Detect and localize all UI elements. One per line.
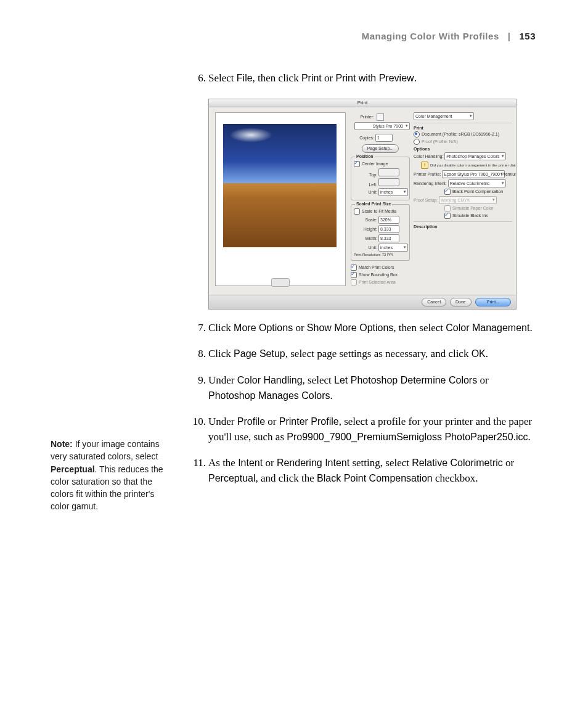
copies-label: Copies: bbox=[351, 136, 374, 140]
color-management-select[interactable]: Color Management bbox=[414, 112, 474, 120]
color-handling-select[interactable]: Photoshop Manages Colors bbox=[444, 152, 506, 160]
position-unit-select[interactable]: inches bbox=[378, 188, 408, 196]
left-input[interactable] bbox=[378, 178, 399, 186]
description-label: Description bbox=[414, 224, 512, 229]
simulate-paper-color-checkbox bbox=[444, 205, 451, 211]
perceptual-term: Perceptual bbox=[51, 464, 95, 474]
step-11: 11. As the Intent or Rendering Intent se… bbox=[185, 456, 536, 486]
printer-label: Printer: bbox=[351, 115, 374, 119]
match-print-colors-checkbox[interactable] bbox=[351, 265, 357, 271]
orientation-icons[interactable] bbox=[271, 278, 290, 287]
scale-input[interactable]: 320% bbox=[378, 216, 399, 224]
rendering-intent-select[interactable]: Relative Colorimetric bbox=[448, 179, 506, 187]
sps-unit-select[interactable]: inches bbox=[378, 244, 408, 252]
step-8: 8. Click Page Setup, select page setting… bbox=[185, 347, 536, 362]
options-section-label: Options bbox=[414, 147, 512, 151]
bpc-checkbox[interactable] bbox=[444, 189, 451, 195]
step-6: 6. Select File, then click Print or Prin… bbox=[185, 71, 536, 86]
dialog-title: Print bbox=[209, 99, 516, 107]
center-image-checkbox[interactable] bbox=[354, 161, 360, 167]
step-10: 10. Under Profile or Printer Profile, se… bbox=[185, 414, 536, 445]
printer-select[interactable]: Stylus Pro 7900 bbox=[354, 122, 410, 130]
print-selected-area-checkbox bbox=[351, 279, 357, 285]
separator: | bbox=[508, 31, 511, 41]
print-section-label: Print bbox=[414, 126, 512, 130]
width-input[interactable]: 8.333 bbox=[378, 234, 399, 242]
step-9: 9. Under Color Handling, select Let Phot… bbox=[185, 373, 536, 403]
note-label: Note: bbox=[51, 439, 73, 449]
chapter-title: Managing Color With Profiles bbox=[362, 31, 499, 41]
description-area bbox=[414, 230, 512, 267]
margin-note: Note: If your image contains very satura… bbox=[51, 438, 165, 513]
dialog-footer: Cancel Done Print... bbox=[209, 295, 516, 309]
printer-profile-select[interactable]: Epson Stylus Pro 7900_7900 PremiumS... bbox=[442, 170, 505, 178]
proof-radio[interactable] bbox=[414, 139, 420, 145]
warning-icon: ! bbox=[421, 162, 428, 169]
color-management-column: Color Management Print Document (Profile… bbox=[414, 111, 512, 267]
preview-image bbox=[223, 124, 337, 247]
print-settings-column: Printer: Stylus Pro 7900 Copies:1 Page S… bbox=[351, 112, 410, 287]
step-7: 7. Click More Options or Show More Optio… bbox=[185, 321, 536, 336]
scale-to-fit-checkbox[interactable] bbox=[354, 208, 360, 215]
done-button[interactable]: Done bbox=[450, 298, 472, 306]
cancel-button[interactable]: Cancel bbox=[422, 298, 446, 306]
simulate-black-ink-checkbox[interactable] bbox=[444, 213, 451, 219]
proof-setup-select: Working CMYK bbox=[439, 196, 497, 204]
page-number: 153 bbox=[519, 31, 536, 41]
page-header: Managing Color With Profiles | 153 bbox=[362, 31, 536, 41]
page-setup-button[interactable]: Page Setup... bbox=[362, 144, 399, 153]
print-button[interactable]: Print... bbox=[475, 298, 511, 306]
position-fieldset: Position Center Image Top: Left: Unit:in… bbox=[351, 157, 410, 200]
document-radio[interactable] bbox=[414, 131, 420, 138]
print-dialog: Print Printer: Stylus Pro 7900 Copies:1 … bbox=[208, 99, 517, 310]
print-resolution-text: Print Resolution: 72 PPI bbox=[354, 253, 407, 257]
preview-canvas bbox=[215, 112, 346, 286]
printer-icon[interactable] bbox=[377, 113, 384, 121]
copies-input[interactable]: 1 bbox=[375, 134, 393, 142]
height-input[interactable]: 8.333 bbox=[378, 225, 399, 233]
scaled-print-size-fieldset: Scaled Print Size Scale to Fit Media Sca… bbox=[351, 204, 410, 261]
top-input[interactable] bbox=[378, 168, 399, 176]
show-bounding-box-checkbox[interactable] bbox=[351, 272, 357, 278]
